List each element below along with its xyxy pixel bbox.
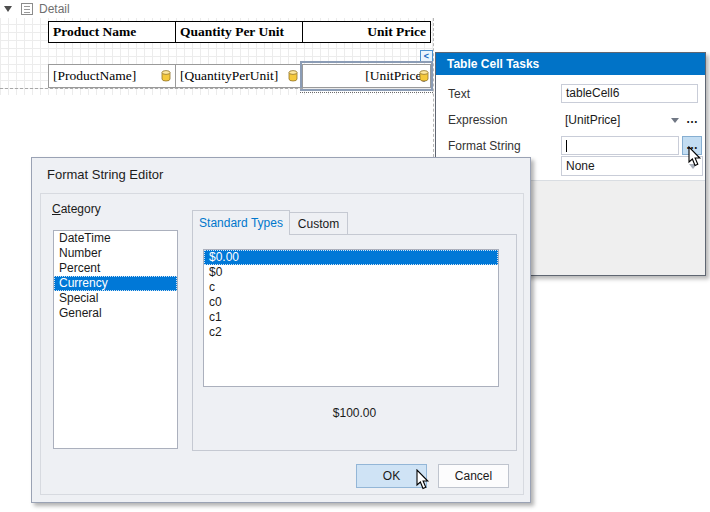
format-type-list-item[interactable]: $0: [204, 265, 498, 280]
panel-title: Table Cell Tasks: [436, 53, 705, 75]
detail-cell-product-name[interactable]: [ProductName]: [49, 65, 176, 87]
format-type-list-item[interactable]: c1: [204, 310, 498, 325]
field-binding-icon: [288, 70, 298, 82]
band-header-detail[interactable]: Detail: [0, 0, 433, 18]
header-cell-product-name[interactable]: Product Name: [49, 22, 176, 42]
expression-ellipsis-button[interactable]: …: [683, 112, 701, 126]
category-listbox[interactable]: DateTime Number Percent Currency Special…: [53, 230, 178, 449]
format-string-editor-dialog: Format String Editor Category DateTime N…: [31, 157, 531, 503]
dialog-title: Format String Editor: [47, 167, 163, 182]
format-type-list-item[interactable]: $0.00: [204, 250, 498, 265]
expression-value[interactable]: [UnitPrice]: [565, 113, 620, 127]
format-type-listbox[interactable]: $0.00 $0 c c0 c1 c2: [203, 249, 499, 387]
smart-tag-collapse-button[interactable]: <: [420, 50, 433, 63]
format-string-input[interactable]: [561, 136, 679, 155]
collapse-triangle-icon[interactable]: [4, 6, 12, 12]
category-list-item[interactable]: Percent: [54, 261, 177, 276]
tab-custom[interactable]: Custom: [290, 212, 348, 235]
category-list-item[interactable]: DateTime: [54, 231, 177, 246]
text-caret: [566, 140, 567, 152]
format-preview: $100.00: [193, 406, 516, 420]
text-field-label: Text: [448, 87, 470, 101]
row-bottom-guide: [0, 88, 303, 89]
tab-strip: Standard Types Custom: [192, 210, 348, 235]
cancel-button[interactable]: Cancel: [438, 464, 509, 488]
header-cell-unit-price[interactable]: Unit Price: [303, 22, 430, 42]
category-label: Category: [52, 202, 101, 216]
text-input[interactable]: tableCell6: [561, 84, 698, 103]
format-string-ellipsis-button[interactable]: …: [682, 136, 702, 155]
page-margin-guide: [433, 18, 434, 157]
report-header-table[interactable]: Product Name Quantity Per Unit Unit Pric…: [48, 21, 431, 43]
tab-standard-types[interactable]: Standard Types: [192, 210, 290, 235]
format-none-combobox[interactable]: None: [561, 156, 703, 176]
ok-button[interactable]: OK: [356, 464, 427, 488]
expression-field-label: Expression: [448, 113, 507, 127]
category-list-item[interactable]: General: [54, 306, 177, 321]
category-list-item[interactable]: Number: [54, 246, 177, 261]
detail-cell-quantity-per-unit[interactable]: [QuantityPerUnit]: [176, 65, 303, 87]
category-list-item[interactable]: Special: [54, 291, 177, 306]
chevron-down-icon[interactable]: [689, 164, 697, 169]
format-type-list-item[interactable]: c0: [204, 295, 498, 310]
report-detail-table[interactable]: [ProductName] [QuantityPerUnit] [UnitPri…: [48, 64, 431, 88]
dialog-content-panel: Category DateTime Number Percent Currenc…: [40, 193, 524, 495]
format-type-list-item[interactable]: c2: [204, 325, 498, 340]
format-string-field-label: Format String: [448, 139, 521, 153]
format-type-list-item[interactable]: c: [204, 280, 498, 295]
detail-cell-unit-price[interactable]: [UnitPrice]: [303, 65, 430, 87]
field-binding-icon: [161, 70, 171, 82]
category-list-item[interactable]: Currency: [54, 276, 177, 291]
field-binding-icon: [419, 70, 429, 82]
standard-types-tab-page: $0.00 $0 c c0 c1 c2 $100.00: [192, 234, 517, 451]
detail-band-icon: [21, 3, 33, 15]
chevron-down-icon[interactable]: [671, 118, 679, 123]
header-cell-quantity-per-unit[interactable]: Quantity Per Unit: [176, 22, 303, 42]
band-label: Detail: [39, 2, 70, 16]
